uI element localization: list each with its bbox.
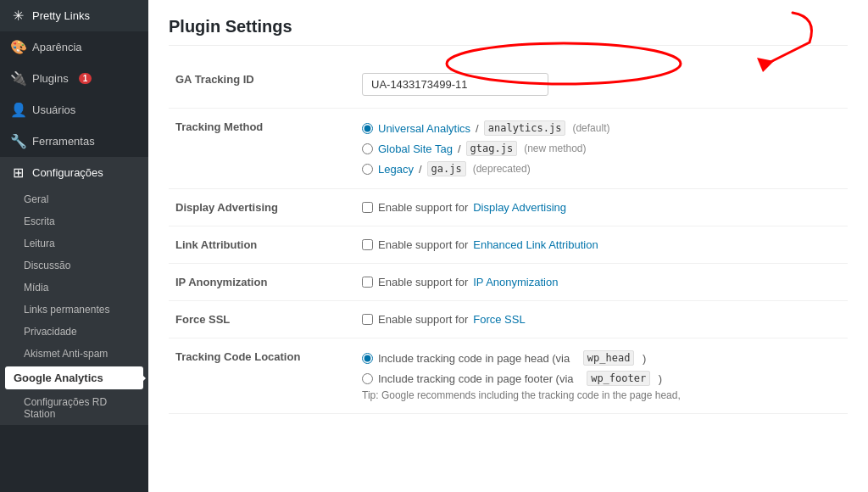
label-ga-tracking-id: GA Tracking ID	[169, 61, 355, 109]
radio-page-head[interactable]	[362, 353, 373, 364]
ga-js-code: ga.js	[427, 161, 466, 176]
value-link-attribution: Enable support for Enhanced Link Attribu…	[355, 226, 848, 264]
gtag-js-code: gtag.js	[466, 141, 518, 156]
value-ip-anonymization: Enable support for IP Anonymization	[355, 264, 848, 301]
tracking-location-tip: Tip: Google recommends including the tra…	[362, 389, 841, 401]
sidebar-item-google-analytics[interactable]: Google Analytics	[5, 366, 143, 389]
force-ssl-link[interactable]: Force SSL	[473, 313, 525, 326]
radio-option-page-head[interactable]: Include tracking code in page head (via …	[362, 350, 841, 366]
configuracoes-submenu: Geral Escrita Leitura Discussão Mídia Li…	[0, 188, 148, 425]
sidebar-item-configuracoes[interactable]: ⊞ Configurações	[0, 157, 148, 188]
ga-tracking-id-input[interactable]	[362, 73, 548, 96]
checkbox-ip-anonymization-input[interactable]	[362, 277, 373, 288]
google-analytics-wrap: Google Analytics	[0, 365, 148, 391]
sidebar-item-plugins[interactable]: 🔌 Plugins 1	[0, 63, 148, 94]
aparencia-icon: 🎨	[10, 39, 25, 55]
value-display-advertising: Enable support for Display Advertising	[355, 189, 848, 226]
sidebar-item-links-permanentes[interactable]: Links permanentes	[0, 299, 148, 321]
checkbox-display-advertising-input[interactable]	[362, 202, 373, 213]
sidebar-label-usuarios: Usuários	[32, 103, 75, 116]
sidebar-item-privacidade[interactable]: Privacidade	[0, 321, 148, 343]
sidebar-item-escrita[interactable]: Escrita	[0, 210, 148, 232]
universal-analytics-link[interactable]: Universal Analytics	[378, 122, 470, 135]
global-site-tag-link[interactable]: Global Site Tag	[378, 143, 453, 155]
page-title: Plugin Settings	[169, 17, 848, 46]
sidebar-label-configuracoes: Configurações	[32, 166, 103, 179]
label-ip-anonymization: IP Anonymization	[169, 264, 355, 301]
value-ga-tracking-id	[355, 61, 848, 109]
wp-head-code: wp_head	[583, 350, 635, 366]
radio-option-legacy[interactable]: Legacy / ga.js (deprecated)	[362, 161, 841, 176]
sidebar-item-discussao[interactable]: Discussão	[0, 254, 148, 277]
ferramentas-icon: 🔧	[10, 133, 25, 149]
radio-option-universal[interactable]: Universal Analytics / analytics.js (defa…	[362, 120, 841, 136]
ip-anonymization-link[interactable]: IP Anonymization	[473, 276, 558, 288]
sidebar-item-aparencia[interactable]: 🎨 Aparência	[0, 31, 148, 63]
enhanced-link-attribution-link[interactable]: Enhanced Link Attribution	[473, 238, 598, 251]
radio-page-footer[interactable]	[362, 373, 373, 384]
sidebar-item-geral[interactable]: Geral	[0, 188, 148, 210]
legacy-link[interactable]: Legacy	[378, 163, 414, 176]
checkbox-display-advertising[interactable]: Enable support for Display Advertising	[362, 201, 841, 214]
legacy-note: (deprecated)	[473, 163, 531, 175]
label-tracking-code-location: Tracking Code Location	[169, 338, 355, 414]
settings-table: GA Tracking ID Tracking Method Universal…	[169, 61, 848, 414]
sidebar-item-pretty-links[interactable]: ✳ Pretty Links	[0, 0, 148, 31]
label-link-attribution: Link Attribution	[169, 226, 355, 264]
label-tracking-method: Tracking Method	[169, 109, 355, 189]
row-force-ssl: Force SSL Enable support for Force SSL	[169, 301, 848, 338]
usuarios-icon: 👤	[10, 102, 25, 118]
row-ip-anonymization: IP Anonymization Enable support for IP A…	[169, 264, 848, 301]
plugins-badge: 1	[79, 73, 92, 84]
sidebar-item-akismet[interactable]: Akismet Anti-spam	[0, 343, 148, 365]
radio-global-site[interactable]	[362, 143, 373, 154]
row-tracking-code-location: Tracking Code Location Include tracking …	[169, 338, 848, 414]
sidebar-item-ferramentas[interactable]: 🔧 Ferramentas	[0, 126, 148, 157]
configuracoes-icon: ⊞	[10, 165, 25, 181]
checkbox-force-ssl-input[interactable]	[362, 314, 373, 325]
display-advertising-link[interactable]: Display Advertising	[473, 201, 566, 214]
row-display-advertising: Display Advertising Enable support for D…	[169, 189, 848, 226]
value-tracking-method: Universal Analytics / analytics.js (defa…	[355, 109, 848, 189]
row-link-attribution: Link Attribution Enable support for Enha…	[169, 226, 848, 264]
radio-option-page-footer[interactable]: Include tracking code in page footer (vi…	[362, 371, 841, 386]
radio-universal[interactable]	[362, 123, 373, 134]
sidebar-item-midia[interactable]: Mídia	[0, 277, 148, 299]
google-analytics-label: Google Analytics	[14, 372, 103, 384]
sidebar-item-leitura[interactable]: Leitura	[0, 232, 148, 254]
universal-note: (default)	[572, 122, 609, 134]
main-content: Plugin Settings GA Tracking ID Tracking …	[148, 0, 868, 492]
sidebar-item-configuracoes-rd[interactable]: Configurações RD Station	[0, 391, 148, 425]
checkbox-force-ssl[interactable]: Enable support for Force SSL	[362, 313, 841, 326]
tracking-method-radio-group: Universal Analytics / analytics.js (defa…	[362, 120, 841, 176]
sidebar-label-aparencia: Aparência	[32, 41, 82, 53]
label-force-ssl: Force SSL	[169, 301, 355, 338]
sidebar-label-rd: Configurações RD Station	[24, 396, 138, 420]
sidebar-label-ferramentas: Ferramentas	[32, 135, 95, 148]
radio-legacy[interactable]	[362, 164, 373, 175]
sidebar: ✳ Pretty Links 🎨 Aparência 🔌 Plugins 1 👤…	[0, 0, 148, 492]
sidebar-label-plugins: Plugins	[32, 72, 69, 85]
value-force-ssl: Enable support for Force SSL	[355, 301, 848, 338]
global-site-note: (new method)	[524, 143, 586, 154]
sidebar-label-pretty-links: Pretty Links	[32, 9, 90, 22]
analytics-js-code: analytics.js	[484, 120, 566, 136]
sidebar-item-usuarios[interactable]: 👤 Usuários	[0, 94, 148, 126]
checkbox-link-attribution-input[interactable]	[362, 239, 373, 250]
row-ga-tracking-id: GA Tracking ID	[169, 61, 848, 109]
tracking-location-radio-group: Include tracking code in page head (via …	[362, 350, 841, 386]
pretty-links-icon: ✳	[10, 8, 25, 24]
plugins-icon: 🔌	[10, 70, 25, 87]
label-display-advertising: Display Advertising	[169, 189, 355, 226]
radio-option-global-site[interactable]: Global Site Tag / gtag.js (new method)	[362, 141, 841, 156]
row-tracking-method: Tracking Method Universal Analytics / an…	[169, 109, 848, 189]
wp-footer-code: wp_footer	[587, 371, 650, 386]
value-tracking-code-location: Include tracking code in page head (via …	[355, 338, 848, 414]
checkbox-ip-anonymization[interactable]: Enable support for IP Anonymization	[362, 276, 841, 288]
checkbox-link-attribution[interactable]: Enable support for Enhanced Link Attribu…	[362, 238, 841, 251]
